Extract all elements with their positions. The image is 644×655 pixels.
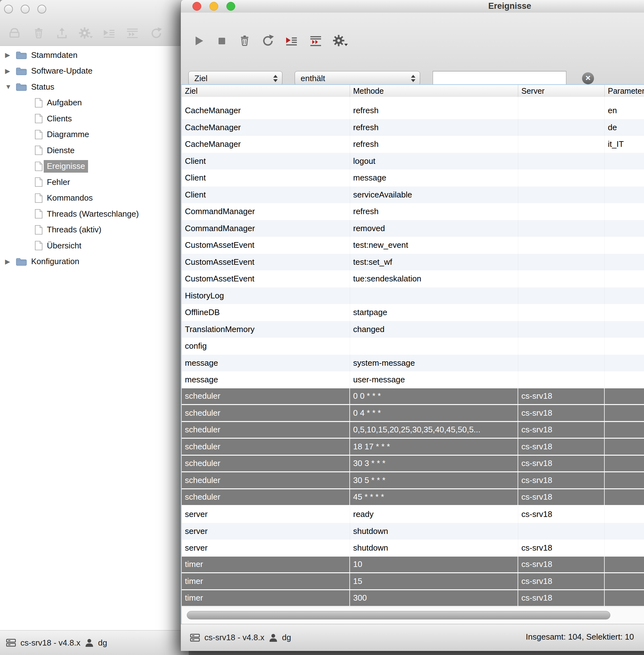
minimize-button[interactable] [209, 2, 218, 11]
delete-button[interactable] [236, 32, 253, 50]
settings-button[interactable] [77, 25, 94, 42]
cell-parameter [605, 271, 644, 287]
tree-item-diagramme[interactable]: Diagramme [0, 127, 189, 143]
table-row[interactable]: TranslationMemorychanged [182, 321, 644, 338]
export-button[interactable] [53, 25, 71, 42]
cell-parameter: en [605, 102, 644, 119]
cell-parameter [605, 186, 644, 204]
table-row[interactable]: Clientlogout [182, 153, 644, 170]
zoom-button[interactable] [226, 2, 235, 11]
disclosure-open-icon[interactable]: ▼ [5, 83, 16, 91]
document-icon [34, 98, 43, 108]
run-arrows-button[interactable] [307, 32, 324, 50]
table-row[interactable]: scheduler30 3 * * *cs-srv18 [182, 455, 644, 473]
table-row[interactable]: CacheManagerrefreshde [182, 119, 644, 136]
tree-item-fehler[interactable]: Fehler [0, 174, 189, 190]
table-row[interactable]: CustomAssetEventtest:new_event [182, 237, 644, 254]
stop-button[interactable] [213, 32, 230, 50]
filter-operator-select[interactable]: enthält [295, 71, 420, 86]
filter-field-select[interactable]: Ziel [188, 71, 282, 86]
table-row[interactable]: timer300cs-srv18 [182, 590, 644, 607]
cell-ziel: TranslationMemory [182, 321, 350, 338]
tree-item-clients[interactable]: Clients [0, 111, 189, 127]
table-row[interactable]: scheduler18 17 * * *cs-srv18 [182, 439, 644, 455]
column-header-methode[interactable]: Methode [350, 85, 518, 97]
tree-item-label: Threads (Warteschlange) [47, 209, 139, 219]
zoom-button-inactive[interactable] [38, 5, 46, 14]
tree-item-threads-aktiv[interactable]: Threads (aktiv) [0, 222, 189, 238]
cell-parameter [605, 506, 644, 523]
column-header-parameter[interactable]: Parameter [605, 85, 644, 97]
cell-ziel: scheduler [182, 388, 350, 404]
table-row[interactable]: Clientmessage [182, 169, 644, 186]
table-row[interactable]: scheduler0 0 * * *cs-srv18 [182, 388, 644, 405]
table-row[interactable]: servershutdowncs-srv18 [182, 540, 644, 557]
table-row[interactable]: serverreadycs-srv18 [182, 506, 644, 523]
run-list-button[interactable] [100, 25, 118, 42]
table-row[interactable]: CacheManagerrefreshit_IT [182, 136, 644, 153]
cell-server [518, 523, 605, 540]
table-row[interactable]: config [182, 338, 644, 355]
tree-item-dienste[interactable]: Dienste [0, 142, 189, 159]
tree-item-status[interactable]: ▼Status [0, 79, 189, 95]
run-list-icon [102, 26, 116, 41]
tree-item-stammdaten[interactable]: ▶Stammdaten [0, 47, 189, 63]
settings-button[interactable] [331, 32, 349, 50]
window-titlebar[interactable]: Ereignisse [181, 0, 644, 13]
tree-item-label: Threads (aktiv) [47, 225, 101, 235]
disclosure-closed-icon[interactable]: ▶ [5, 258, 16, 265]
table-row[interactable]: CommandManagerrefresh [182, 203, 644, 220]
table-row[interactable]: ClientserviceAvailable [182, 186, 644, 204]
table-row[interactable]: CommandManagerremoved [182, 220, 644, 237]
disclosure-closed-icon[interactable]: ▶ [5, 51, 16, 59]
delete-button[interactable] [30, 25, 47, 42]
column-header-server[interactable]: Server [518, 85, 605, 97]
horizontal-scrollbar[interactable] [182, 607, 644, 624]
tree-item-konfiguration[interactable]: ▶Konfiguration [0, 254, 189, 270]
run-arrows-icon [308, 34, 323, 48]
table-row[interactable]: CustomAssetEventtue:sendeskalation [182, 271, 644, 287]
archive-button[interactable] [6, 25, 23, 42]
cell-methode: system-message [350, 355, 518, 372]
table-row[interactable]: messageuser-message [182, 371, 644, 388]
close-button[interactable] [192, 2, 201, 11]
close-button-inactive[interactable] [4, 5, 13, 14]
table-row[interactable]: HistoryLog [182, 287, 644, 304]
refresh-button[interactable] [147, 25, 165, 42]
table-row[interactable] [182, 97, 644, 102]
tree-item-software-update[interactable]: ▶Software-Update [0, 63, 189, 79]
clear-filter-button[interactable] [582, 72, 594, 84]
table-row[interactable]: servershutdown [182, 523, 644, 540]
cell-server [518, 254, 605, 271]
table-row[interactable]: CacheManagerrefreshen [182, 102, 644, 119]
tree-item-uebersicht[interactable]: Übersicht [0, 238, 189, 254]
server-version-label: cs-srv18 - v4.8.x [204, 633, 264, 642]
scrollbar-thumb[interactable] [187, 611, 611, 619]
filter-query-input[interactable] [433, 71, 566, 86]
events-table: Ziel Methode Server Parameter CacheManag… [181, 84, 644, 624]
cell-methode: shutdown [350, 540, 518, 557]
minimize-button-inactive[interactable] [21, 5, 29, 14]
table-row[interactable]: CustomAssetEventtest:set_wf [182, 254, 644, 271]
table-row[interactable]: timer10cs-srv18 [182, 557, 644, 574]
run-arrows-button[interactable] [123, 25, 141, 42]
tree-item-label: Übersicht [47, 241, 82, 251]
tree-item-ereignisse[interactable]: Ereignisse [0, 159, 189, 174]
table-row[interactable]: timer15cs-srv18 [182, 573, 644, 590]
table-row[interactable]: scheduler45 * * * *cs-srv18 [182, 489, 644, 506]
disclosure-closed-icon[interactable]: ▶ [5, 67, 16, 75]
column-header-ziel[interactable]: Ziel [182, 85, 350, 97]
table-row[interactable]: OfflineDBstartpage [182, 304, 644, 321]
cell-methode: 10 [350, 557, 518, 572]
table-row[interactable]: scheduler0,5,10,15,20,25,30,35,40,45,50,… [182, 422, 644, 439]
table-row[interactable]: messagesystem-message [182, 355, 644, 372]
tree-item-threads-warteschlange[interactable]: Threads (Warteschlange) [0, 206, 189, 222]
refresh-button[interactable] [259, 32, 277, 50]
table-row[interactable]: scheduler0 4 * * *cs-srv18 [182, 405, 644, 422]
cell-ziel: OfflineDB [182, 304, 350, 321]
tree-item-kommandos[interactable]: Kommandos [0, 190, 189, 206]
table-row[interactable]: scheduler30 5 * * *cs-srv18 [182, 472, 644, 489]
tree-item-aufgaben[interactable]: Aufgaben [0, 95, 189, 111]
run-list-button[interactable] [283, 32, 300, 50]
play-button[interactable] [190, 32, 208, 50]
